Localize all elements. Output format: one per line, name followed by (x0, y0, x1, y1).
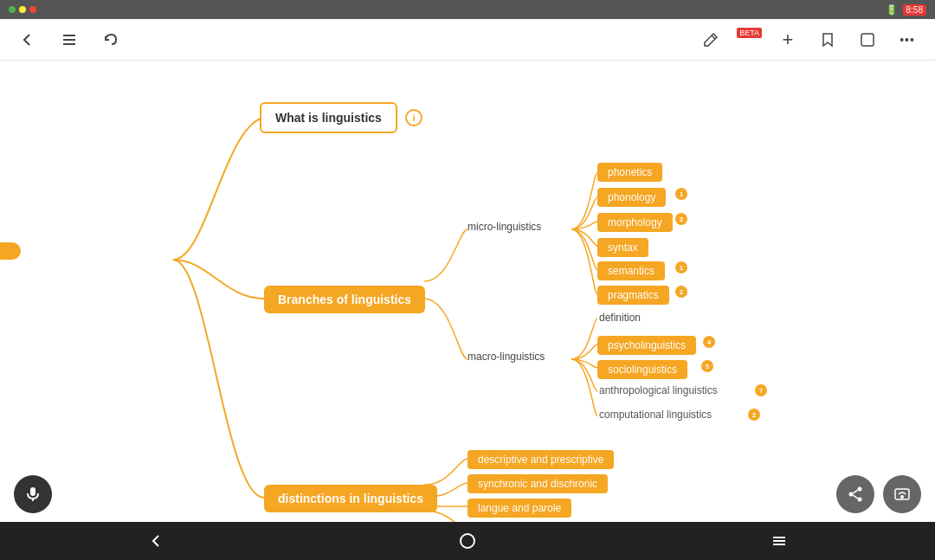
sociolinguistics-badge: 5 (701, 360, 713, 372)
toolbar-right: BETA + ••• (697, 26, 921, 54)
bottom-nav (0, 522, 935, 560)
syntax-node[interactable]: syntax (597, 238, 648, 257)
add-button[interactable]: + (774, 26, 802, 54)
macro-linguistics-node[interactable]: macro-linguistics (468, 351, 545, 363)
psycholinguistics-badge: 4 (703, 336, 715, 348)
psycholinguistics-node[interactable]: psycholinguistics (597, 336, 696, 355)
svg-marker-4 (823, 34, 832, 46)
mind-map-canvas: What is linguistics i Branches of lingui… (0, 61, 935, 522)
definition-node[interactable]: definition (599, 312, 641, 324)
what-is-linguistics-node[interactable]: What is linguistics (260, 102, 397, 133)
phonology-node[interactable]: phonology (597, 188, 666, 207)
cast-button[interactable] (883, 475, 921, 513)
toolbar-left (14, 26, 125, 54)
dot-red (29, 6, 36, 13)
toolbar: BETA + ••• (0, 19, 935, 61)
battery-icon: 🔋 (886, 4, 898, 16)
share-button[interactable] (836, 475, 874, 513)
svg-point-9 (849, 492, 854, 497)
beta-badge: BETA (737, 28, 762, 38)
dot-yellow (19, 6, 26, 13)
morphology-node[interactable]: morphology (597, 213, 673, 232)
computational-badge: 2 (748, 409, 760, 421)
pen-button[interactable] (697, 26, 725, 54)
svg-rect-6 (30, 487, 35, 496)
undo-button[interactable] (97, 26, 125, 54)
phonetics-node[interactable]: phonetics (597, 163, 662, 182)
descriptive-node[interactable]: descriptive and prescriptive (468, 450, 614, 469)
semantics-badge: 1 (675, 261, 687, 274)
back-button[interactable] (14, 26, 42, 54)
anthropological-linguistics-node[interactable]: anthropological linguistics (599, 384, 718, 396)
svg-line-12 (853, 495, 857, 499)
distinctions-node[interactable]: distinctions in linguistics (264, 485, 437, 512)
synchronic-node[interactable]: synchronic and dischronic (468, 474, 608, 493)
morphology-badge: 2 (675, 213, 687, 225)
svg-line-11 (853, 490, 857, 493)
status-left (9, 6, 36, 13)
status-right: 🔋 8:58 (886, 4, 926, 16)
nav-back-button[interactable] (130, 522, 182, 560)
nav-home-button[interactable] (442, 522, 493, 560)
phonology-badge: 1 (675, 188, 687, 200)
microphone-button[interactable] (14, 475, 52, 513)
pragmatics-badge: 2 (675, 286, 687, 298)
svg-point-10 (858, 498, 862, 502)
root-node[interactable] (0, 242, 21, 260)
nav-menu-button[interactable] (753, 522, 805, 560)
pragmatics-node[interactable]: pragmatics (597, 286, 669, 305)
computational-linguistics-node[interactable]: computational linguistics (599, 409, 712, 421)
svg-rect-5 (861, 34, 874, 46)
sociolinguistics-node[interactable]: sociolinguistics (597, 360, 687, 379)
micro-linguistics-node[interactable]: micro-linguistics (468, 221, 541, 233)
anthropological-badge: 7 (755, 384, 767, 396)
more-button[interactable]: ••• (893, 26, 921, 54)
info-icon-linguistics: i (405, 109, 422, 126)
page-button[interactable] (854, 26, 881, 54)
svg-point-8 (858, 487, 862, 492)
svg-line-3 (712, 35, 715, 39)
list-button[interactable] (55, 26, 83, 54)
svg-point-14 (900, 495, 904, 499)
branches-node[interactable]: Branches of linguistics (264, 286, 425, 313)
status-bar: 🔋 8:58 (0, 0, 935, 19)
bookmark-button[interactable] (814, 26, 842, 54)
time-display: 8:58 (903, 4, 926, 16)
langue-parole-node[interactable]: langue and parole (468, 499, 571, 518)
dot-green (9, 6, 16, 13)
semantics-node[interactable]: semantics (597, 261, 665, 280)
svg-point-15 (461, 534, 474, 548)
